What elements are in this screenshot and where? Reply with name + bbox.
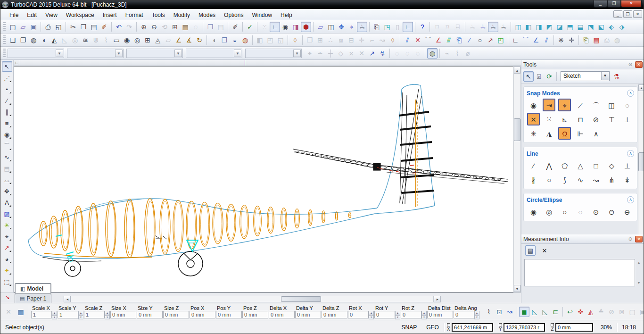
print-icon[interactable]: ⎙ — [43, 22, 53, 32]
rot-y-spinner[interactable]: ▲▼ — [395, 311, 400, 318]
column-icon[interactable]: ▯ — [392, 22, 403, 32]
toolbar-grip[interactable] — [3, 49, 6, 58]
mdi-minimize-button[interactable]: _ — [613, 10, 622, 18]
ruler-snap-icon[interactable]: ⊩ — [574, 127, 586, 140]
scale-z-value[interactable]: 1 — [84, 311, 105, 318]
sweep-tool-icon[interactable]: ≋ — [80, 35, 91, 45]
pos-z-value[interactable]: 0 mm — [242, 311, 268, 318]
snap-toggle[interactable]: SNAP — [397, 324, 422, 331]
tangent-circle-icon[interactable]: ⊙ — [590, 205, 603, 218]
view-nw-icon[interactable]: ⬕ — [596, 22, 606, 32]
circle-left-tool-icon[interactable]: ◉ — [2, 129, 12, 140]
workplane-wp-icon[interactable]: ◺ — [529, 307, 540, 317]
vertex-snap-icon[interactable]: ⇥ — [543, 99, 555, 111]
panel-node-select-icon[interactable]: ⍃ — [534, 71, 544, 82]
hemisphere-tool-icon[interactable]: ◖ — [39, 35, 49, 45]
subtract-3d-icon[interactable]: ◖ — [209, 35, 219, 45]
select-pointer-icon[interactable]: ⍇ — [453, 22, 463, 32]
trim-icon[interactable]: ✕ — [413, 35, 423, 45]
on-graphic-snap-icon[interactable]: ⌖ — [558, 99, 571, 111]
intersection-snap-icon[interactable]: ✕ — [527, 113, 540, 125]
panel-sync-icon[interactable]: ⟳ — [544, 71, 554, 82]
delete-selection-icon[interactable]: ✕ — [3, 307, 14, 317]
zoom-page-icon[interactable]: ▦ — [180, 22, 190, 32]
geo-toggle[interactable]: GEO — [421, 324, 444, 331]
rot-x-value[interactable]: 0 — [348, 311, 369, 318]
object-3d-icon[interactable]: ◕ — [2, 254, 12, 264]
extrude-tool-icon[interactable]: ⌓ — [2, 175, 12, 185]
quadrant-snap-small-icon[interactable]: ◇ — [336, 48, 346, 58]
panel-close-icon[interactable]: ✕ — [635, 236, 643, 242]
rail-sweep-tool-icon[interactable]: ⌇ — [101, 35, 111, 45]
select-nodes-icon[interactable]: ⌑ — [442, 22, 453, 32]
ucs-icon[interactable]: ↘ — [0, 292, 15, 303]
multiline-tool-icon[interactable]: ≡ — [2, 118, 12, 128]
horizontal-snap-icon[interactable]: ⊥ — [621, 113, 634, 125]
text-tool-icon[interactable]: A — [2, 197, 12, 208]
calculator-icon[interactable]: ▦ — [16, 307, 26, 317]
toolbar-grip[interactable] — [3, 22, 6, 32]
three-point-circle-icon[interactable]: ◌ — [574, 205, 586, 218]
menu-help[interactable]: Help — [276, 10, 297, 20]
paste-icon[interactable]: ▤ — [89, 22, 99, 32]
menu-modify[interactable]: Modify — [169, 10, 194, 20]
slice-3d-icon[interactable]: ◍ — [240, 35, 250, 45]
camera-move-icon[interactable]: ⌖ — [347, 22, 357, 32]
cube3-gray-icon[interactable]: ▣ — [637, 307, 644, 317]
workplane-cp-icon[interactable]: ◺ — [540, 307, 550, 317]
panel-close-icon[interactable]: ✕ — [635, 61, 643, 68]
scale-y-spinner[interactable]: ▲▼ — [78, 311, 83, 318]
polygon-icon[interactable]: ⬠ — [558, 159, 571, 172]
vertex-snap-small-icon[interactable]: ⌖ — [305, 48, 315, 58]
hatch-lines-icon[interactable]: ⫽ — [402, 35, 413, 45]
cone-angle-tool-icon[interactable]: ∡ — [184, 35, 194, 45]
palette-flask-icon[interactable]: ⚗ — [611, 71, 622, 82]
view-right-icon[interactable]: ◪ — [554, 22, 565, 32]
mirror-copy-icon[interactable]: ⧇ — [336, 35, 346, 45]
view-iso-icon[interactable]: ◫ — [513, 22, 523, 32]
scale-y-value[interactable]: 1 — [58, 311, 78, 318]
mouse-snap-icon[interactable]: ◉ — [527, 99, 540, 111]
vector-line-icon[interactable]: ↡ — [621, 173, 634, 186]
delta-y-value[interactable]: 0 mm — [295, 311, 321, 318]
box-tool-icon[interactable]: ❏ — [8, 35, 18, 45]
divide-snap-icon[interactable]: ↯ — [377, 48, 388, 58]
property-combo-2[interactable]: ▼ — [67, 49, 124, 58]
zoom-in-icon[interactable]: ⊕ — [139, 22, 149, 32]
materials-icon[interactable]: ◨ — [290, 22, 301, 32]
no-draw-icon[interactable]: ⊘ — [606, 307, 617, 317]
loft-tool-icon[interactable]: ⋓ — [91, 35, 101, 45]
clipboard-red-icon[interactable]: ▤ — [591, 35, 602, 45]
mdi-close-button[interactable]: ✕ — [633, 10, 642, 18]
render-wireframe-icon[interactable]: ☕ — [467, 22, 478, 32]
sphere-tool-icon[interactable]: ◍ — [28, 35, 39, 45]
helix-tool-icon[interactable]: ↻ — [194, 35, 205, 45]
double-line-tool-icon[interactable]: ∥ — [2, 107, 12, 117]
line-icon[interactable]: ∕ — [527, 159, 540, 172]
pos-y-value[interactable]: 0 mm — [216, 311, 242, 318]
face-snap-icon[interactable]: ◮ — [543, 127, 555, 140]
select-back-icon[interactable]: ↩ — [565, 307, 575, 317]
tangent-from-circle-icon[interactable]: ○ — [543, 173, 555, 186]
menu-options[interactable]: Options — [220, 10, 248, 20]
print-gray-icon[interactable]: ⎙ — [602, 35, 612, 45]
canvas-vscrollbar[interactable]: ▲ ▼ — [513, 66, 521, 292]
branch-line-icon[interactable]: ⋔ — [605, 173, 618, 186]
magnetic-snap-icon[interactable]: Ω — [558, 127, 571, 140]
list-view-icon[interactable]: ▤ — [525, 245, 536, 256]
scroll-down-icon[interactable]: ▼ — [514, 285, 520, 292]
measurement-output[interactable] — [524, 259, 635, 286]
measure-icon[interactable]: ∕ — [464, 35, 475, 45]
scroll-up-icon[interactable]: ▲ — [514, 67, 520, 74]
collapse-chevron-icon[interactable]: ∧ — [627, 90, 634, 97]
close-button[interactable]: ✕ — [621, 0, 642, 8]
center-snap-small-icon[interactable]: ┼ — [325, 48, 336, 58]
plane-tool-icon[interactable]: ▱ — [163, 35, 173, 45]
polyline-icon[interactable]: ⋀ — [543, 159, 555, 172]
cylinder-tool-icon[interactable]: ▭ — [111, 35, 122, 45]
view-top-icon[interactable]: ⬒ — [565, 22, 575, 32]
line-snap-icon[interactable]: ⟋ — [574, 99, 586, 111]
scroll-right-icon[interactable]: ► — [434, 296, 441, 302]
cube-vertex-snap-icon[interactable]: ◫ — [605, 99, 618, 111]
coil-icon[interactable]: ⌇ — [484, 307, 494, 317]
